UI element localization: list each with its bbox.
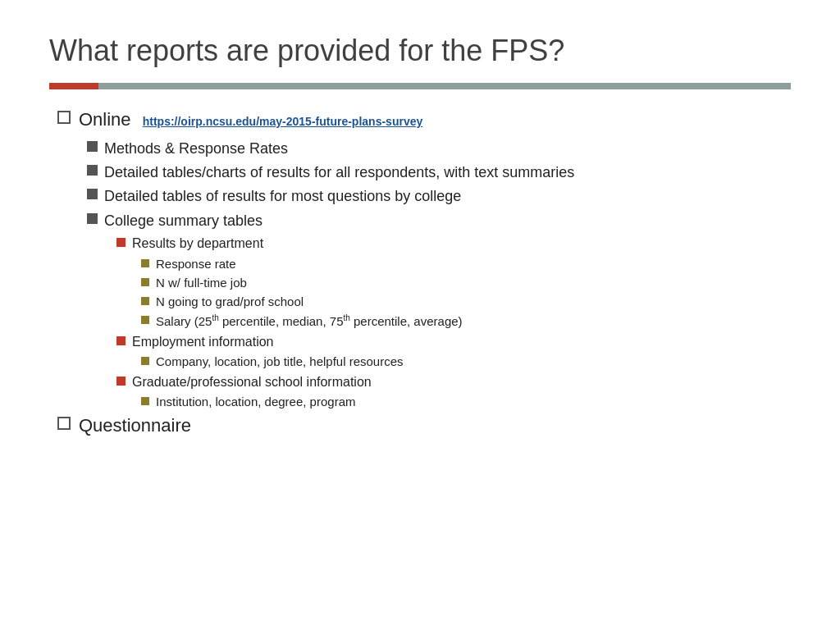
- n-fulltime-label: N w/ full-time job: [156, 275, 247, 291]
- accent-bar: [49, 83, 791, 89]
- list-item-online: Online https://oirp.ncsu.edu/may-2015-fu…: [57, 107, 791, 132]
- checkbox-icon-online: [57, 111, 71, 124]
- accent-bar-red: [49, 83, 98, 89]
- checkbox-icon-questionnaire: [57, 417, 71, 430]
- list-item-methods: Methods & Response Rates: [87, 139, 791, 158]
- list-item-grad-school: Graduate/professional school information: [116, 373, 791, 391]
- online-link[interactable]: https://oirp.ncsu.edu/may-2015-future-pl…: [143, 115, 423, 128]
- online-label: Online https://oirp.ncsu.edu/may-2015-fu…: [79, 107, 422, 132]
- list-item-salary: Salary (25th percentile, median, 75th pe…: [141, 313, 791, 330]
- list-item-n-fulltime: N w/ full-time job: [141, 275, 791, 291]
- college-summary-label: College summary tables: [104, 211, 262, 231]
- list-item-detailed-tables: Detailed tables/charts of results for al…: [87, 162, 791, 182]
- detailed-label: Detailed tables/charts of results for al…: [104, 162, 574, 182]
- methods-label: Methods & Response Rates: [104, 139, 288, 158]
- page-title: What reports are provided for the FPS?: [49, 33, 791, 68]
- results-dept-children: Response rate N w/ full-time job N going…: [141, 256, 791, 331]
- bullet-n-fulltime: [141, 278, 149, 286]
- content-area: Online https://oirp.ncsu.edu/may-2015-fu…: [49, 107, 791, 438]
- employment-label: Employment information: [132, 333, 274, 351]
- detailed-college-label: Detailed tables of results for most ques…: [104, 186, 461, 206]
- salary-label: Salary (25th percentile, median, 75th pe…: [156, 313, 463, 330]
- grad-school-children: Institution, location, degree, program: [141, 394, 791, 410]
- list-item-n-grad: N going to grad/prof school: [141, 294, 791, 310]
- list-item-employment: Employment information: [116, 333, 791, 351]
- company-label: Company, location, job title, helpful re…: [156, 354, 404, 370]
- list-item-questionnaire: Questionnaire: [57, 413, 791, 438]
- list-item-response-rate: Response rate: [141, 256, 791, 272]
- accent-bar-gray: [98, 83, 791, 89]
- list-item-results-dept: Results by department: [116, 235, 791, 253]
- bullet-response-rate: [141, 259, 149, 267]
- institution-label: Institution, location, degree, program: [156, 394, 355, 410]
- bullet-employment: [116, 336, 126, 345]
- n-grad-label: N going to grad/prof school: [156, 294, 304, 310]
- bullet-company: [141, 357, 149, 365]
- employment-children: Company, location, job title, helpful re…: [141, 354, 791, 370]
- bullet-grad-school: [116, 377, 126, 386]
- list-item-college-summary: College summary tables: [87, 211, 791, 231]
- online-children: Methods & Response Rates Detailed tables…: [87, 139, 791, 410]
- checkbox-college-summary: [87, 213, 98, 224]
- results-dept-label: Results by department: [132, 235, 263, 253]
- checkbox-detailed: [87, 165, 98, 176]
- list-item-detailed-college: Detailed tables of results for most ques…: [87, 186, 791, 206]
- slide: What reports are provided for the FPS? O…: [0, 0, 840, 630]
- response-rate-label: Response rate: [156, 256, 236, 272]
- bullet-institution: [141, 397, 149, 405]
- list-item-company: Company, location, job title, helpful re…: [141, 354, 791, 370]
- checkbox-methods: [87, 141, 98, 152]
- bullet-results-dept: [116, 238, 126, 247]
- questionnaire-label: Questionnaire: [79, 413, 191, 438]
- bullet-n-grad: [141, 297, 149, 305]
- list-item-institution: Institution, location, degree, program: [141, 394, 791, 410]
- bullet-salary: [141, 316, 149, 324]
- checkbox-detailed-college: [87, 189, 98, 199]
- grad-school-label: Graduate/professional school information: [132, 373, 372, 391]
- college-summary-children: Results by department Response rate N w/…: [116, 235, 791, 410]
